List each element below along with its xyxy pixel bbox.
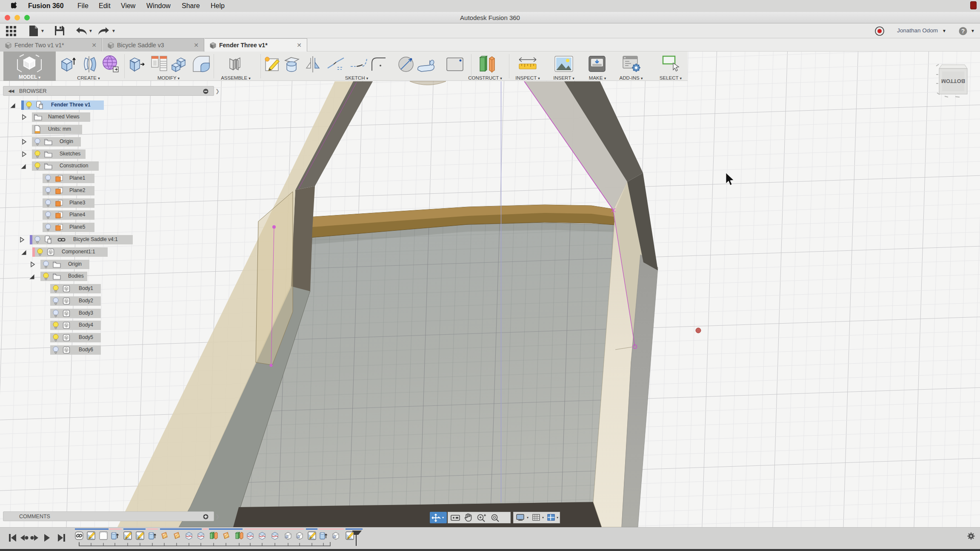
svg-text:?: ? bbox=[961, 28, 965, 34]
svg-text:BOTTOM: BOTTOM bbox=[941, 78, 965, 84]
